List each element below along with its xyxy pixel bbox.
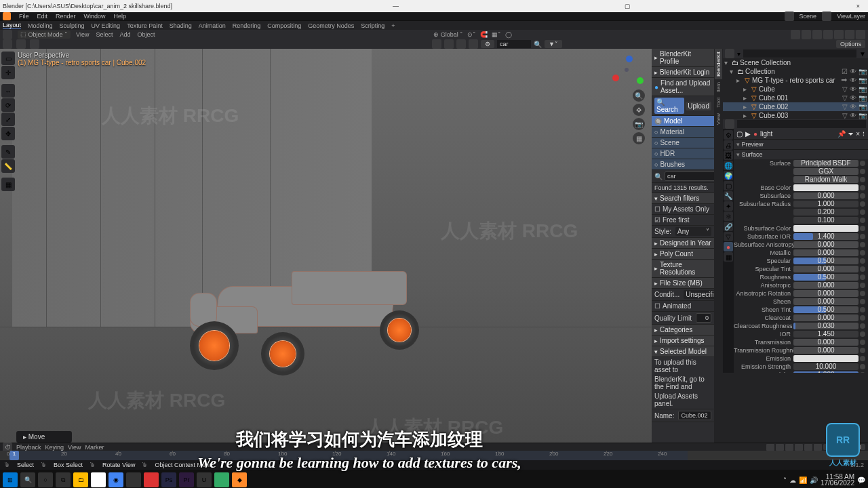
task-ue-icon[interactable]: U [197,472,212,487]
ws-render[interactable]: Rendering [233,22,261,29]
shading-solid-icon[interactable] [834,30,844,39]
bk-quality-slider[interactable]: Quality Limit0 [652,312,714,325]
tool-cursor[interactable]: ✛ [1,66,15,79]
task-taskview-icon[interactable]: ⧉ [56,472,71,487]
bk-filters-header[interactable]: ▾ Search filters [652,193,714,204]
shading-wire-icon[interactable] [823,30,833,39]
bk-cat-hdr[interactable]: ○ HDR [652,148,714,159]
task-explorer-icon[interactable]: 🗀 [73,472,88,487]
prop-tab-viewlayer[interactable]: 🖼 [724,150,733,160]
menu-render[interactable]: Render [56,13,76,20]
tool-scale[interactable]: ⤢ [1,113,15,126]
task-app3-icon[interactable] [144,472,159,487]
scene-icon[interactable] [785,12,794,21]
bk-cat-scene[interactable]: ○ Scene [652,138,714,148]
ws-uv[interactable]: UV Editing [92,22,121,29]
options-dropdown[interactable]: Options [836,40,865,48]
prop-tab-world[interactable]: 🌍 [724,171,733,180]
prop-tab-constraint[interactable]: 🔗 [724,222,733,231]
system-tray[interactable]: ˄ ☁ 📶 🔊 11:58 AM 17/06/2022 💬 [783,474,865,486]
bk-cat-brush[interactable]: ○ Brushes [652,159,714,170]
bk-selected-model-header[interactable]: ▾ Selected Model [652,346,714,357]
bk-own-assets-check[interactable]: ☐My Assets Only [652,204,714,215]
menu-help[interactable]: Help [114,13,127,20]
acc-preview[interactable]: Preview [734,139,868,149]
prop-tab-object[interactable]: ▢ [724,181,733,190]
tool-annotate[interactable]: ✎ [1,145,15,159]
bk-profile-header[interactable]: ▸ BlenderKit Profile [652,49,714,67]
outliner-filter-icon[interactable]: ▼ [859,50,866,58]
outliner-type-icon[interactable] [725,49,734,58]
tool-rotate[interactable]: ⟳ [1,98,15,112]
menu-edit[interactable]: Edit [37,13,48,20]
ws-add-icon[interactable]: + [391,22,395,29]
bk-filter-poly[interactable]: ▸ Poly Count [652,249,714,260]
ws-geom[interactable]: Geometry Nodes [308,22,354,29]
pan-icon[interactable]: ✥ [633,104,645,116]
shading-render-icon[interactable] [856,30,865,39]
ws-sculpting[interactable]: Sculpting [60,22,85,29]
persp-icon[interactable]: ▦ [633,132,645,144]
ws-texpaint[interactable]: Texture Paint [127,22,163,29]
window-close-icon[interactable]: × [851,3,865,9]
overlays-icon[interactable] [802,30,811,39]
task-search-icon[interactable]: 🔍 [20,472,35,487]
bk-search-button[interactable]: 🔍 Search [654,98,684,114]
prop-tab-data[interactable]: ▽ [724,232,733,241]
outliner-search-input[interactable] [743,49,856,58]
prop-tab-material[interactable]: ● [724,242,733,251]
jump-end-icon[interactable] [814,444,822,451]
shade-opt4-icon[interactable] [469,39,478,49]
props-type-icon[interactable] [725,119,734,129]
menu-object[interactable]: Object [137,31,155,38]
task-blender-icon[interactable]: ◆ [232,472,247,487]
prop-tab-modifier[interactable]: 🔧 [724,191,733,201]
task-chrome-icon[interactable]: ◉ [108,472,123,487]
tray-clock[interactable]: 11:58 AM 17/06/2022 [821,474,854,486]
task-app4-icon[interactable] [214,472,229,487]
prop-tab-texture[interactable]: ▦ [724,252,733,262]
gizmo-toggle-icon[interactable] [791,30,800,39]
prev-key-icon[interactable] [776,444,784,451]
bk-filter-texres[interactable]: ▸ Texture Resolutions [652,260,714,278]
snap-icon[interactable]: 🧲 [480,31,488,38]
next-key-icon[interactable] [804,444,812,451]
ws-modeling[interactable]: Modeling [28,22,53,29]
prop-tab-render[interactable]: ⚙ [724,130,733,140]
play-rev-icon[interactable] [785,444,793,451]
ws-shading[interactable]: Shading [170,22,192,29]
asset-prefs-icon[interactable]: ⚙ [481,40,494,48]
prop-tab-output[interactable]: 🖨 [724,140,733,150]
bk-free-first-check[interactable]: ☑Free first [652,215,714,226]
tool-measure[interactable]: 📏 [1,159,15,173]
tool-move[interactable]: ↔ [1,84,15,98]
tool-opt3-icon[interactable] [30,39,39,49]
viewlayer-icon[interactable] [822,12,831,21]
bk-filter-year[interactable]: ▸ Designed in Year [652,238,714,249]
task-ps-icon[interactable]: Ps [161,472,176,487]
editor-type-icon[interactable] [3,30,12,39]
tool-addcube[interactable]: ▦ [1,178,15,191]
task-cortana-icon[interactable]: ○ [38,472,53,487]
bk-upload-button[interactable]: Upload [686,102,711,110]
ws-layout[interactable]: Layout [3,22,21,29]
start-button[interactable]: ⊞ [3,472,18,487]
asset-search-input[interactable] [497,40,531,48]
bk-login-header[interactable]: ▸ BlenderKit Login [652,67,714,78]
mode-select[interactable]: ⬚ Object Mode ˅ [18,30,71,39]
scene-name[interactable]: Scene [800,13,817,20]
menu-view[interactable]: View [76,31,89,38]
search-icon[interactable]: 🔍 [534,41,542,48]
viewlayer-name[interactable]: ViewLayer [837,13,865,20]
shading-matprev-icon[interactable] [845,30,854,39]
shade-opt2-icon[interactable] [444,39,454,49]
shade-opt1-icon[interactable] [432,39,441,49]
tool-opt-icon[interactable] [3,39,12,49]
prop-tab-particle[interactable]: ✦ [724,201,733,211]
tool-opt2-icon[interactable] [16,39,26,49]
propedit-icon[interactable]: ◯ [505,31,512,38]
prop-tab-physics[interactable]: ⚛ [724,211,733,221]
camera-icon[interactable]: 📷 [633,118,645,130]
bk-style-select[interactable]: Style:Any˅ [652,226,714,238]
snap-type-icon[interactable]: ▦˅ [492,31,501,38]
